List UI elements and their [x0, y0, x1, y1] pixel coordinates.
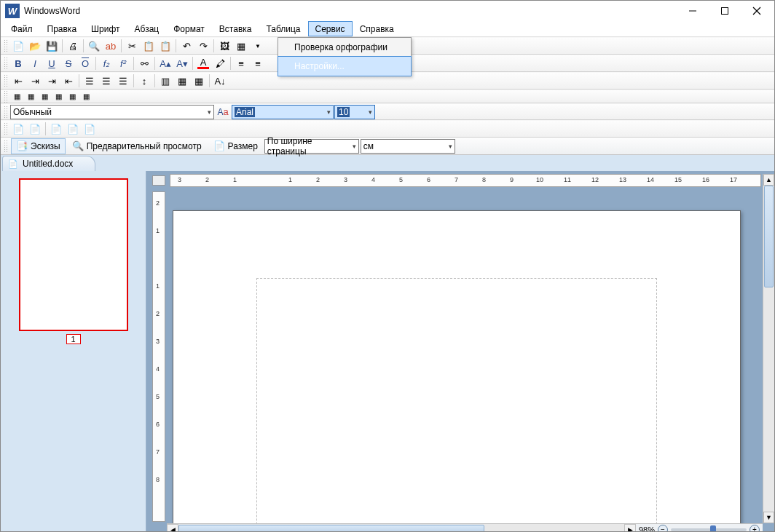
- link-button[interactable]: ⚯: [136, 55, 152, 71]
- menu-file[interactable]: Файл: [4, 21, 40, 36]
- sort-button[interactable]: A↓: [212, 73, 228, 89]
- align-center-button[interactable]: ≡: [250, 55, 266, 71]
- table-dropdown[interactable]: ▼: [250, 38, 266, 54]
- minimize-button[interactable]: [677, 1, 709, 21]
- font-icon-button[interactable]: Aa: [215, 104, 231, 120]
- indent-button[interactable]: ⇥: [27, 73, 43, 89]
- italic-button[interactable]: I: [27, 55, 43, 71]
- undo-button[interactable]: ↶: [178, 38, 194, 54]
- style-combo[interactable]: Обычный ▾: [10, 105, 214, 119]
- doc-tool-4[interactable]: 📄: [65, 121, 81, 137]
- font-color-button[interactable]: A: [195, 55, 211, 71]
- replace-button[interactable]: ab: [103, 38, 119, 54]
- outdent-button[interactable]: ⇤: [10, 73, 26, 89]
- scroll-right-button[interactable]: ▶: [624, 524, 636, 532]
- dropdown-spellcheck[interactable]: Проверка орфографии: [278, 38, 411, 57]
- doc-new-button[interactable]: 📄: [10, 121, 26, 137]
- document-page[interactable]: [173, 210, 741, 532]
- toolbar-grip[interactable]: [4, 39, 8, 52]
- toolbar-grip[interactable]: [4, 74, 8, 87]
- vscroll-thumb[interactable]: [764, 186, 774, 287]
- scroll-down-button[interactable]: ▼: [763, 512, 774, 523]
- zoom-out-button[interactable]: −: [658, 525, 668, 533]
- align-left-button[interactable]: ≡: [233, 55, 249, 71]
- paste-button[interactable]: 📋: [157, 38, 173, 54]
- horizontal-scrollbar[interactable]: ◀ ▶: [167, 523, 636, 532]
- vertical-ruler[interactable]: 21 123 456 78: [152, 191, 165, 522]
- ruler-corner[interactable]: [152, 175, 165, 186]
- doc-copy-button[interactable]: 📄: [27, 121, 43, 137]
- menu-help[interactable]: Справка: [353, 21, 401, 36]
- zoom-knob[interactable]: [710, 525, 716, 533]
- table-tool-6[interactable]: ▦: [79, 91, 93, 103]
- table-tool-5[interactable]: ▦: [66, 91, 79, 103]
- image-button[interactable]: 🖼: [216, 38, 232, 54]
- menu-format[interactable]: Формат: [166, 21, 212, 36]
- columns-button[interactable]: ▥: [157, 73, 173, 89]
- underline-button[interactable]: U: [44, 55, 60, 71]
- redo-button[interactable]: ↷: [195, 38, 211, 54]
- page-thumbnail[interactable]: [19, 178, 128, 331]
- toolbar-grip[interactable]: [4, 106, 8, 119]
- increase-font-button[interactable]: A▴: [157, 55, 173, 71]
- cut-button[interactable]: ✂: [124, 38, 140, 54]
- menu-font[interactable]: Шрифт: [84, 21, 127, 36]
- shading-button[interactable]: ▦: [191, 73, 207, 89]
- toolbar-grip[interactable]: [4, 122, 8, 135]
- doc-tool-3[interactable]: 📄: [48, 121, 64, 137]
- save-button[interactable]: 💾: [44, 38, 60, 54]
- menu-service[interactable]: Сервис: [308, 21, 353, 36]
- zoom-slider[interactable]: [671, 528, 747, 531]
- table-tool-3[interactable]: ▦: [38, 91, 51, 103]
- highlight-button[interactable]: 🖍: [212, 55, 228, 71]
- overline-button[interactable]: O: [77, 55, 93, 71]
- line-spacing-button[interactable]: ↕: [136, 73, 152, 89]
- hanging-indent-button[interactable]: ⇥: [44, 73, 60, 89]
- subscript-button[interactable]: f₂: [98, 55, 114, 71]
- open-button[interactable]: 📂: [27, 38, 43, 54]
- toolbar-grip[interactable]: [4, 140, 8, 153]
- menu-edit[interactable]: Правка: [40, 21, 84, 36]
- numbering-button[interactable]: ☰: [98, 73, 114, 89]
- print-button[interactable]: 🖨: [65, 38, 81, 54]
- scroll-up-button[interactable]: ▲: [763, 174, 774, 186]
- first-line-indent-button[interactable]: ⇤: [60, 73, 76, 89]
- toolbar-grip[interactable]: [4, 57, 8, 70]
- size-button[interactable]: 📄 Размер: [208, 138, 263, 154]
- fit-combo[interactable]: По ширине страницы ▾: [264, 139, 359, 154]
- superscript-button[interactable]: f²: [115, 55, 131, 71]
- units-combo[interactable]: см ▾: [361, 139, 455, 154]
- maximize-button[interactable]: [709, 1, 741, 21]
- scroll-left-button[interactable]: ◀: [167, 524, 178, 532]
- zoom-in-button[interactable]: +: [750, 525, 760, 533]
- table-tool-2[interactable]: ▦: [24, 91, 37, 103]
- thumbnails-button[interactable]: 📑 Эскизы: [11, 138, 66, 154]
- find-button[interactable]: 🔍: [86, 38, 102, 54]
- bold-button[interactable]: B: [10, 55, 26, 71]
- multilevel-button[interactable]: ☰: [115, 73, 131, 89]
- strike-button[interactable]: S: [60, 55, 76, 71]
- dropdown-settings[interactable]: Настройки...: [278, 57, 411, 76]
- toolbar-grip[interactable]: [4, 90, 8, 103]
- copy-button[interactable]: 📋: [141, 38, 157, 54]
- bullets-button[interactable]: ☰: [82, 73, 98, 89]
- borders-button[interactable]: ▦: [174, 73, 190, 89]
- table-button[interactable]: ▦: [233, 38, 249, 54]
- preview-button[interactable]: 🔍 Предварительный просмотр: [67, 138, 207, 154]
- hscroll-thumb[interactable]: [178, 525, 484, 532]
- menu-paragraph[interactable]: Абзац: [127, 21, 167, 36]
- font-combo[interactable]: Arial ▾: [232, 105, 334, 119]
- new-button[interactable]: 📄: [10, 38, 26, 54]
- menu-table[interactable]: Таблица: [259, 21, 307, 36]
- close-button[interactable]: [741, 1, 773, 21]
- table-tool-4[interactable]: ▦: [52, 91, 65, 103]
- doc-tool-5[interactable]: 📄: [82, 121, 98, 137]
- vertical-scrollbar[interactable]: ▲ ▼: [763, 174, 774, 523]
- thumbnail-icon: 📑: [16, 140, 28, 152]
- document-tab[interactable]: 📄 Untitled.docx: [2, 156, 95, 171]
- table-tool-1[interactable]: ▦: [10, 91, 23, 103]
- horizontal-ruler[interactable]: 321 123 456 789 101112 131415 1617: [170, 174, 761, 187]
- menu-insert[interactable]: Вставка: [212, 21, 259, 36]
- decrease-font-button[interactable]: A▾: [174, 55, 190, 71]
- size-combo[interactable]: 10 ▾: [334, 105, 375, 119]
